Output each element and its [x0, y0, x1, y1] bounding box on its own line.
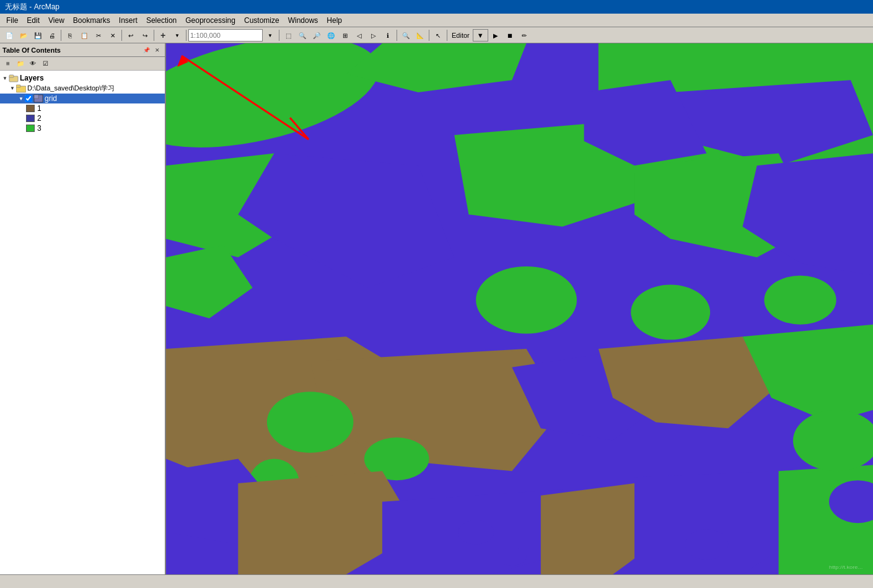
legend-item-2[interactable]: 2	[0, 113, 165, 123]
toc-header-left: Table Of Contents	[2, 46, 61, 54]
sep2	[121, 30, 122, 41]
save-button[interactable]: 💾	[31, 29, 45, 42]
zoom-next-button[interactable]: ▷	[367, 29, 380, 42]
redo-button[interactable]: ↪	[138, 29, 152, 42]
new-button[interactable]: 📄	[2, 29, 16, 42]
svg-point-16	[764, 276, 836, 325]
grid-checkbox[interactable]	[25, 95, 32, 102]
sep5	[279, 30, 279, 41]
title-bar: 无标题 - ArcMap	[0, 0, 873, 14]
data-folder-item[interactable]: ▼ D:\Data_saved\Desktop\学习	[0, 83, 165, 94]
sep4	[186, 30, 186, 41]
svg-point-11	[267, 392, 354, 453]
toc-close-button[interactable]: ✕	[152, 45, 162, 55]
raster-map-container[interactable]: http://t.kore...	[166, 43, 873, 574]
arrow-tool[interactable]: ↖	[431, 29, 445, 42]
add-data-button[interactable]: +	[156, 29, 170, 42]
main-toolbar: 📄 📂 💾 🖨 ⎘ 📋 ✂ ✕ ↩ ↪ + ▼ ▼ ⬚ 🔍 🔎 🌐 ⊞ ◁ ▷ …	[0, 27, 873, 43]
grid-layer-item[interactable]: ▼ grid	[0, 94, 165, 103]
edit-play[interactable]: ▶	[489, 29, 502, 42]
toc-list-button[interactable]: ≡	[2, 58, 14, 69]
legend-swatch-2	[26, 115, 35, 122]
legend-label-1: 1	[37, 104, 42, 113]
toc-source-button[interactable]: 📁	[15, 58, 26, 69]
copy-button[interactable]: ⎘	[63, 29, 77, 42]
main-layout: Table Of Contents 📌 ✕ ≡ 📁 👁 ☑ ▼ L	[0, 43, 873, 574]
legend-item-1[interactable]: 1	[0, 103, 165, 113]
find-button[interactable]: 🔍	[399, 29, 413, 42]
menu-help[interactable]: Help	[323, 15, 346, 26]
sep3	[154, 30, 154, 41]
menu-bar: File Edit View Bookmarks Insert Selectio…	[0, 14, 873, 27]
grid-layer-icon	[33, 94, 43, 103]
grid-layer-label: grid	[45, 94, 57, 103]
menu-insert[interactable]: Insert	[115, 15, 141, 26]
zoom-out-button[interactable]: 🔎	[310, 29, 323, 42]
toc-header: Table Of Contents 📌 ✕	[0, 43, 165, 57]
toc-pin-button[interactable]: 📌	[141, 45, 151, 55]
legend-swatch-1	[26, 105, 35, 112]
editor-dropdown-button[interactable]: ▼	[473, 29, 488, 42]
svg-point-14	[476, 266, 577, 333]
legend-label-3: 3	[37, 124, 42, 133]
legend-swatch-3	[26, 125, 35, 132]
svg-rect-5	[34, 95, 38, 99]
menu-bookmarks[interactable]: Bookmarks	[69, 15, 114, 26]
edit-stop[interactable]: ⏹	[503, 29, 517, 42]
zoom-prev-button[interactable]: ◁	[353, 29, 366, 42]
sep7	[429, 30, 429, 41]
print-button[interactable]: 🖨	[45, 29, 59, 42]
svg-text:http://t.kore...: http://t.kore...	[829, 564, 862, 570]
layers-folder-icon	[9, 74, 19, 82]
svg-rect-1	[9, 75, 14, 77]
identify-button[interactable]: ℹ	[381, 29, 395, 42]
legend-item-3[interactable]: 3	[0, 123, 165, 133]
toc-title: Table Of Contents	[2, 46, 61, 54]
zoom-in-button[interactable]: 🔍	[296, 29, 309, 42]
data-expand-icon: ▼	[9, 85, 16, 92]
cut-button[interactable]: ✂	[92, 29, 105, 42]
menu-windows[interactable]: Windows	[284, 15, 322, 26]
edit-pencil[interactable]: ✏	[517, 29, 531, 42]
undo-button[interactable]: ↩	[124, 29, 138, 42]
menu-selection[interactable]: Selection	[143, 15, 180, 26]
layers-label: Layers	[20, 74, 44, 82]
data-path-label: D:\Data_saved\Desktop\学习	[27, 84, 115, 93]
measure-button[interactable]: 📐	[413, 29, 427, 42]
svg-point-15	[631, 285, 710, 340]
paste-button[interactable]: 📋	[77, 29, 91, 42]
select-button[interactable]: ⬚	[281, 29, 295, 42]
menu-file[interactable]: File	[2, 15, 22, 26]
menu-view[interactable]: View	[45, 15, 68, 26]
delete-button[interactable]: ✕	[106, 29, 120, 42]
toc-header-right: 📌 ✕	[141, 45, 162, 55]
sep1	[61, 30, 61, 41]
scale-input[interactable]	[188, 29, 263, 42]
toc-panel: Table Of Contents 📌 ✕ ≡ 📁 👁 ☑ ▼ L	[0, 43, 166, 574]
menu-edit[interactable]: Edit	[23, 15, 43, 26]
status-bar	[0, 574, 873, 588]
toc-visibility-button[interactable]: 👁	[27, 58, 38, 69]
layers-expand-icon: ▼	[1, 74, 9, 82]
menu-geoprocessing[interactable]: Geoprocessing	[182, 15, 239, 26]
map-view[interactable]: http://t.kore...	[166, 43, 873, 574]
open-button[interactable]: 📂	[17, 29, 30, 42]
scale-dropdown[interactable]: ▼	[263, 29, 277, 42]
data-folder-svg-icon	[16, 84, 26, 93]
legend-label-2: 2	[37, 114, 42, 123]
toc-selection-button[interactable]: ☑	[40, 58, 51, 69]
svg-point-20	[498, 548, 527, 566]
grid-expand-icon: ▼	[17, 95, 25, 102]
toc-toolbar: ≡ 📁 👁 ☑	[0, 57, 165, 71]
editor-label: Editor	[452, 32, 470, 39]
layers-root-item[interactable]: ▼ Layers	[0, 73, 165, 83]
svg-rect-3	[16, 85, 20, 87]
full-extent-button[interactable]: ⊞	[338, 29, 352, 42]
pan-button[interactable]: 🌐	[324, 29, 338, 42]
menu-customize[interactable]: Customize	[240, 15, 283, 26]
add-dropdown[interactable]: ▼	[170, 29, 184, 42]
sep6	[397, 30, 397, 41]
app-title: 无标题 - ArcMap	[5, 2, 59, 12]
sep8	[447, 30, 447, 41]
toc-content: ▼ Layers ▼ D:\Data_saved\Desktop\学习 ▼	[0, 71, 165, 574]
